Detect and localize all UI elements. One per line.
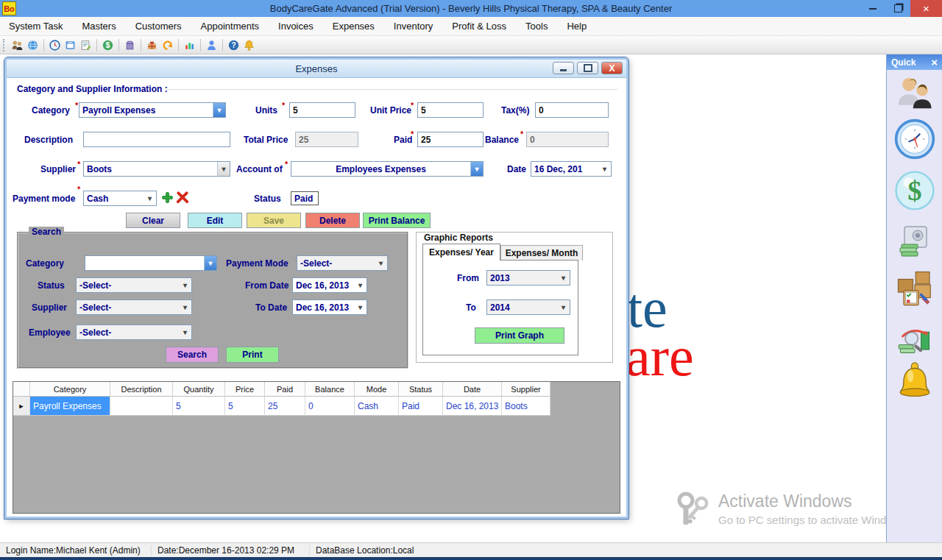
chevron-down-icon[interactable] [354,300,366,314]
clock-icon[interactable] [47,38,63,52]
description-input[interactable] [83,132,230,147]
chevron-down-icon[interactable] [557,300,570,314]
dialog-minimize-button[interactable] [553,62,574,74]
money-icon[interactable]: $ [100,38,116,52]
supplier-combobox[interactable]: Boots [83,161,230,177]
user-icon[interactable] [204,38,219,52]
inventory-check-icon[interactable] [893,266,937,313]
grid-column-header[interactable]: Balance [305,382,355,397]
add-payment-mode-icon[interactable] [161,191,174,205]
search-button[interactable]: Search [166,347,219,363]
grid-column-header[interactable]: Quantity [173,382,225,397]
chevron-down-icon[interactable] [598,162,611,176]
tab-expenses-year[interactable]: Expenses/ Year [422,244,500,260]
search-supplier-combobox[interactable]: -Select- [76,300,192,315]
invoice-icon[interactable] [78,38,93,52]
chevron-down-icon[interactable] [470,162,483,176]
paid-input[interactable] [417,132,484,147]
grid-column-header[interactable]: Paid [265,382,305,397]
clear-button[interactable]: Clear [126,213,180,228]
units-input[interactable] [289,102,355,118]
grid-cell-date[interactable]: Dec 16, 2013 [443,397,502,416]
chevron-down-icon[interactable] [179,278,191,292]
print-balance-button[interactable]: Print Balance [363,213,431,228]
menu-appointments[interactable]: Appointments [201,21,260,32]
chart-icon[interactable] [182,38,197,52]
chevron-down-icon[interactable] [204,256,216,270]
customers-icon[interactable] [895,74,935,116]
customers-icon[interactable] [10,38,25,52]
restore-button[interactable] [885,0,910,17]
grid-column-header[interactable]: Status [399,382,443,397]
chevron-down-icon[interactable] [144,191,156,205]
bell-icon[interactable] [241,38,257,52]
grid-cell-quantity[interactable]: 5 [173,397,225,416]
grid-column-header[interactable]: Supplier [502,382,550,397]
grid-column-header[interactable]: Date [443,382,502,397]
account-of-combobox[interactable]: Employees Expenses [291,161,484,177]
chevron-down-icon[interactable] [557,271,570,285]
menu-tools[interactable]: Tools [525,21,548,32]
menu-inventory[interactable]: Inventory [394,21,433,32]
delete-button[interactable]: Delete [305,213,360,228]
minimize-button[interactable] [860,0,885,17]
menu-customers[interactable]: Customers [135,21,182,32]
grid-column-header[interactable]: Mode [355,382,399,397]
date-picker[interactable]: 16 Dec, 201 [531,161,612,177]
grid-cell-price[interactable]: 5 [225,397,265,416]
analysis-icon[interactable] [896,321,934,362]
tax-input[interactable] [535,102,609,118]
dialog-titlebar[interactable]: Expenses X [7,60,626,78]
grid-column-header[interactable]: Category [30,382,110,397]
menu-expenses[interactable]: Expenses [333,21,375,32]
chevron-down-icon[interactable] [213,103,225,117]
chevron-down-icon[interactable] [354,278,366,292]
package-icon[interactable] [144,38,160,52]
dialog-maximize-button[interactable] [577,62,598,74]
grid-column-header[interactable]: Description [110,382,173,397]
print-button[interactable]: Print [226,347,279,363]
bell-icon[interactable] [894,361,935,405]
search-employee-combobox[interactable]: -Select- [76,325,192,340]
grid-cell-mode[interactable]: Cash [355,397,399,416]
menu-masters[interactable]: Masters [82,21,116,32]
grid-column-header[interactable]: Price [225,382,265,397]
dialog-close-button[interactable]: X [601,62,623,74]
menu-profit-loss[interactable]: Profit & Loss [452,21,506,32]
grid-cell-balance[interactable]: 0 [305,397,355,416]
from-date-picker[interactable]: Dec 16, 2013 [292,277,367,293]
quick-close-icon[interactable]: × [931,57,938,68]
grid-cell-status[interactable]: Paid [399,397,443,416]
grid-cell-description[interactable] [110,397,173,416]
edit-button[interactable]: Edit [188,213,242,228]
grid-cell-category[interactable]: Payroll Expenses [30,397,110,416]
save-button[interactable]: Save [247,213,301,228]
masters-globe-icon[interactable] [25,38,40,52]
grid-cell-paid[interactable]: 25 [265,397,305,416]
safe-money-icon[interactable] [897,224,932,262]
chevron-down-icon[interactable] [217,162,230,176]
search-payment-mode-combobox[interactable]: -Select- [297,255,388,271]
calendar-icon[interactable] [63,38,78,52]
menu-invoices[interactable]: Invoices [278,21,314,32]
clock-icon[interactable] [893,118,936,163]
grid-data-row[interactable]: Payroll Expenses 5 5 25 0 Cash Paid Dec … [13,397,620,416]
dollar-icon[interactable]: $ [893,169,936,215]
menu-system-task[interactable]: System Task [9,21,63,32]
undo-icon[interactable] [160,38,175,52]
print-graph-button[interactable]: Print Graph [475,327,564,344]
to-date-picker[interactable]: Dec 16, 2013 [292,300,367,315]
search-category-combobox[interactable] [85,255,217,271]
chevron-down-icon[interactable] [179,325,191,339]
graph-to-combobox[interactable]: 2014 [486,300,570,315]
unit-price-input[interactable] [417,102,484,118]
help-icon[interactable]: ? [226,38,241,52]
row-selector-icon[interactable] [13,397,30,416]
category-combobox[interactable]: Payroll Expenses [79,102,226,118]
menu-help[interactable]: Help [567,21,587,32]
graph-from-combobox[interactable]: 2013 [486,270,570,286]
close-button[interactable]: × [910,0,942,17]
search-status-combobox[interactable]: -Select- [76,277,192,293]
inventory-box-icon[interactable] [122,38,138,52]
grid-cell-supplier[interactable]: Boots [502,397,550,416]
